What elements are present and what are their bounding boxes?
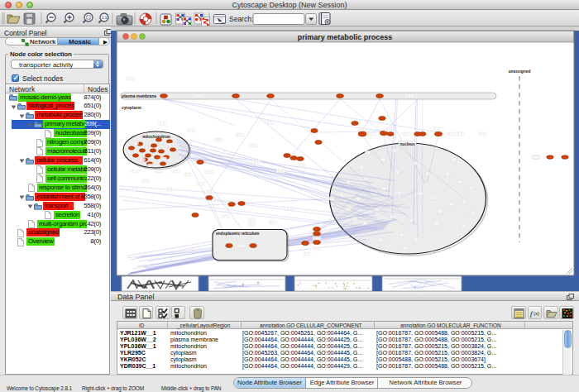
svg-text:cytoplasm: cytoplasm (122, 106, 141, 110)
svg-text:(···): (···) (127, 151, 132, 154)
svg-text:(···): (···) (471, 211, 475, 214)
svg-text:nucleus: nucleus (400, 142, 414, 146)
svg-text:(···): (···) (160, 122, 165, 125)
svg-text:(···): (···) (217, 138, 221, 141)
svg-text:(···): (···) (438, 211, 442, 214)
svg-text:(···): (···) (425, 172, 429, 175)
svg-text:(···): (···) (133, 188, 137, 191)
svg-text:(···): (···) (225, 151, 229, 154)
svg-text:(···): (···) (469, 186, 473, 189)
svg-text:(···): (···) (430, 197, 434, 200)
svg-text:(···): (···) (250, 223, 254, 227)
svg-text:(···): (···) (197, 94, 201, 98)
svg-text:(···): (···) (239, 244, 243, 247)
svg-text:(···): (···) (305, 252, 309, 256)
svg-text:(···): (···) (129, 77, 133, 80)
svg-text:mitochondrion: mitochondrion (142, 135, 170, 139)
svg-text:(···): (···) (434, 222, 438, 226)
svg-text:(···): (···) (224, 215, 228, 218)
svg-text:(···): (···) (141, 158, 145, 161)
svg-text:(···): (···) (397, 191, 401, 194)
svg-text:plasma membrane: plasma membrane (122, 94, 156, 98)
svg-text:(···): (···) (449, 132, 453, 136)
svg-text:(···): (···) (379, 238, 383, 241)
svg-text:(···): (···) (462, 201, 467, 204)
svg-text:(···): (···) (315, 246, 319, 250)
svg-text:(···): (···) (452, 158, 457, 161)
svg-text:(···): (···) (534, 155, 538, 159)
svg-text:(···): (···) (208, 190, 212, 194)
svg-text:(···): (···) (366, 151, 370, 155)
svg-text:(···): (···) (255, 160, 259, 163)
svg-text:(···): (···) (208, 170, 212, 174)
svg-text:(···): (···) (174, 170, 178, 173)
svg-text:(···): (···) (481, 132, 485, 136)
svg-text:(···): (···) (134, 141, 138, 145)
svg-text:(···): (···) (279, 170, 283, 173)
svg-text:(···): (···) (408, 94, 412, 98)
svg-text:(···): (···) (414, 237, 419, 241)
svg-text:(···): (···) (268, 121, 272, 124)
svg-text:(···): (···) (462, 224, 466, 227)
svg-text:(···): (···) (400, 233, 404, 237)
svg-text:(···): (···) (382, 187, 386, 190)
svg-text:Search:: Search: (229, 15, 253, 23)
svg-text:(···): (···) (360, 165, 364, 169)
svg-text:(···): (···) (315, 237, 319, 240)
svg-text:(···): (···) (133, 170, 137, 173)
svg-text:(···): (···) (356, 198, 361, 201)
svg-text:(···): (···) (162, 157, 166, 160)
svg-text:(···): (···) (157, 170, 161, 173)
svg-text:(···): (···) (271, 221, 275, 224)
svg-text:(···): (···) (169, 143, 173, 146)
svg-text:(···): (···) (449, 203, 453, 206)
svg-text:(···): (···) (144, 179, 148, 183)
svg-text:(···): (···) (199, 182, 203, 185)
svg-text:(···): (···) (340, 194, 344, 197)
svg-text:(···): (···) (390, 215, 394, 218)
svg-text:(···): (···) (457, 180, 462, 184)
svg-text:(···): (···) (360, 127, 364, 131)
svg-text:(···): (···) (409, 218, 413, 222)
svg-text:(···): (···) (346, 208, 350, 212)
svg-text:(···): (···) (149, 164, 153, 167)
svg-text:unassigned: unassigned (509, 69, 531, 74)
svg-text:(···): (···) (364, 178, 368, 181)
svg-text:(···): (···) (393, 149, 397, 152)
svg-text:(···): (···) (403, 246, 407, 250)
svg-text:(···): (···) (435, 127, 439, 131)
svg-text:(···): (···) (288, 207, 292, 210)
svg-text:(x): (x) (534, 311, 539, 316)
svg-text:(···): (···) (418, 193, 422, 196)
svg-text:(···): (···) (376, 208, 380, 212)
svg-text:(···): (···) (395, 171, 400, 174)
svg-text:(···): (···) (446, 173, 450, 176)
svg-text:(···): (···) (387, 128, 391, 131)
svg-text:(···): (···) (189, 129, 194, 132)
svg-text:endoplasmic reticulum: endoplasmic reticulum (216, 232, 259, 236)
svg-text:(···): (···) (300, 164, 304, 167)
svg-text:(···): (···) (381, 159, 385, 162)
svg-text:(···): (···) (363, 221, 367, 224)
svg-text:(···): (···) (251, 144, 256, 147)
svg-text:(···): (···) (168, 188, 172, 191)
svg-text:(···): (···) (413, 161, 417, 165)
svg-text:(···): (···) (186, 173, 190, 176)
svg-text:(···): (···) (238, 133, 242, 136)
svg-text:(···): (···) (353, 218, 357, 221)
svg-text:(···): (···) (347, 180, 351, 184)
svg-text:(···): (···) (404, 132, 408, 136)
svg-text:(···): (···) (328, 197, 333, 200)
svg-text:(···): (···) (251, 218, 255, 222)
svg-text:(···): (···) (458, 132, 462, 136)
svg-text:primary metabolic process: primary metabolic process (298, 33, 393, 41)
svg-text:(···): (···) (371, 132, 375, 136)
